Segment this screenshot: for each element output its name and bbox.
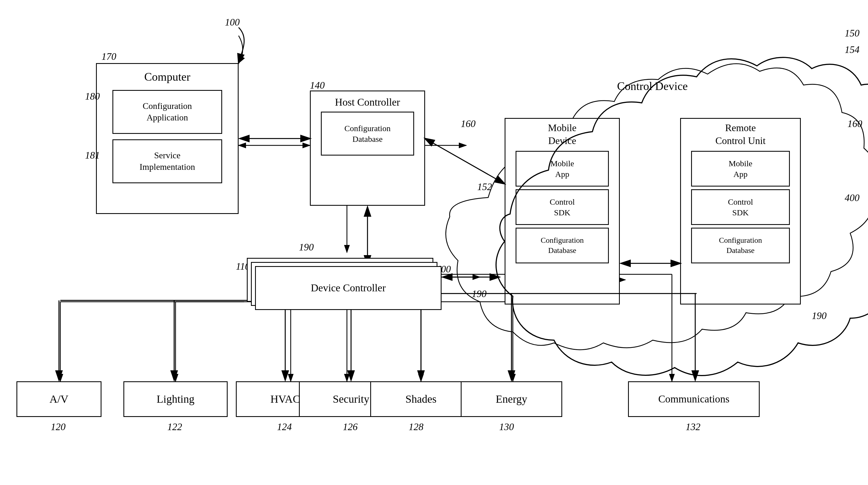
- device-controller-box1: Device Controller: [255, 266, 441, 310]
- diagram-lines-2: [0, 0, 868, 485]
- svg-line-25: [425, 139, 505, 184]
- diagram-container: 100 170 Computer ConfigurationApplicatio…: [0, 0, 868, 485]
- device-controller-label: Device Controller: [311, 281, 385, 295]
